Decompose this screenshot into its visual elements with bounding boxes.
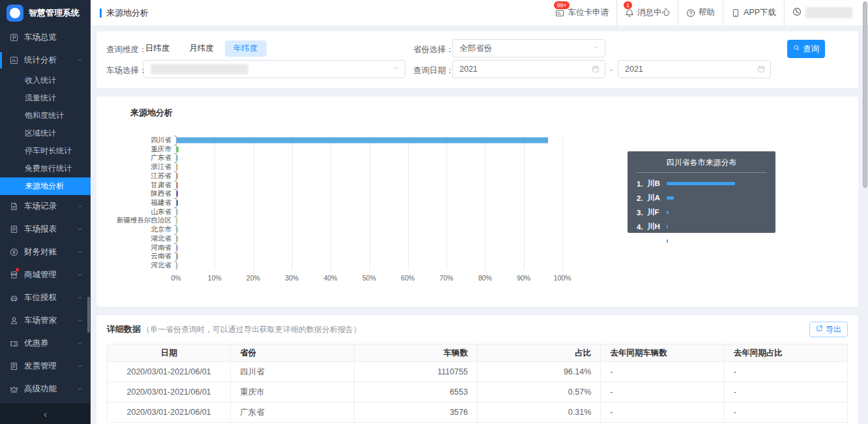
chart-row-山东省: 山东省 <box>176 207 562 217</box>
sidebar-subitem-停车时长统计[interactable]: 停车时长统计 <box>0 142 91 160</box>
x-axis-tick-label: 80% <box>478 274 492 282</box>
main-area: 来源地分析 99+车位卡申请1消息中心帮助APP下载 查询维度： 日纬度月纬度年… <box>91 0 868 424</box>
topbar-action-help[interactable]: 帮助 <box>678 0 723 26</box>
sidebar-subitem-流量统计[interactable]: 流量统计 <box>0 89 91 107</box>
manager-icon <box>10 316 18 325</box>
phone-number-redacted <box>805 7 852 18</box>
parking-select-redacted-value <box>151 64 248 74</box>
chevron-down-icon <box>77 318 83 324</box>
category-label: 福建省 <box>151 198 172 207</box>
chart-row-云南省: 云南省 <box>176 252 562 262</box>
date-start-input[interactable] <box>459 65 588 74</box>
bar-云南省 <box>177 254 178 260</box>
parking-report-icon <box>10 225 18 234</box>
origin-bar-chart: 0%10%20%30%40%50%60%70%80%90%100%四川省重庆市广… <box>176 136 562 270</box>
calendar-icon <box>592 65 600 73</box>
calendar-icon <box>757 65 765 73</box>
topbar-account-phone[interactable] <box>784 0 856 26</box>
chevron-down-icon <box>592 44 600 53</box>
bar-北京市 <box>177 227 178 233</box>
column-header-占比: 占比 <box>477 344 600 362</box>
content: 查询维度： 日纬度月纬度年纬度 省份选择： 全部省份 车场选择： 查询日期： - <box>91 26 868 424</box>
sidebar-subitem-免费放行统计[interactable]: 免费放行统计 <box>0 160 91 177</box>
dimension-tab-日纬度[interactable]: 日纬度 <box>137 40 179 57</box>
sidebar-subitem-来源地分析[interactable]: 来源地分析 <box>0 177 91 195</box>
table-cell: 重庆市 <box>231 382 354 402</box>
province-select[interactable]: 全部省份 <box>452 39 605 57</box>
topbar-action-card-apply[interactable]: 99+车位卡申请 <box>547 0 616 26</box>
x-axis-tick-label: 60% <box>401 274 414 282</box>
bar-四川省 <box>177 137 548 143</box>
chevron-down-icon <box>77 341 83 346</box>
topbar: 来源地分析 99+车位卡申请1消息中心帮助APP下载 <box>91 0 868 26</box>
chevron-down-icon <box>392 65 399 74</box>
sidebar-item-财务对账[interactable]: 财务对账 <box>0 241 91 264</box>
tooltip-label: 川A <box>647 193 667 203</box>
sidebar-item-车场记录[interactable]: 车场记录 <box>0 195 91 218</box>
tooltip-bar <box>667 211 669 214</box>
app-title: 智慧管理系统 <box>29 7 80 19</box>
chart-tooltip: 四川省各市来源分布 1.川B2.川A3.川F4.川H5.川J <box>628 151 775 233</box>
sidebar-item-统计分析[interactable]: 统计分析 <box>0 49 91 72</box>
sidebar-item-车位授权[interactable]: 车位授权 <box>0 286 91 309</box>
chevron-down-icon <box>77 226 83 232</box>
chevron-down-icon <box>392 65 399 72</box>
table-row: 2020/03/01-2021/06/01重庆市65530.57%-- <box>108 382 848 402</box>
phone-call-icon <box>792 7 802 16</box>
sidebar-item-车场管家[interactable]: 车场管家 <box>0 309 91 332</box>
bell-icon <box>625 8 634 18</box>
page-scrollbar[interactable] <box>862 0 867 424</box>
chart-row-四川省: 四川省 <box>176 136 562 145</box>
bar-广东省 <box>177 155 178 161</box>
sidebar-item-优惠券[interactable]: 优惠券 <box>0 332 91 355</box>
notification-dot <box>16 268 19 271</box>
sidebar-item-label: 高级功能 <box>24 384 57 395</box>
table-cell: 3576 <box>354 402 477 423</box>
sidebar-item-车场报表[interactable]: 车场报表 <box>0 218 91 241</box>
category-label: 江苏省 <box>151 172 172 181</box>
category-label: 河北省 <box>151 261 172 270</box>
chart-row-陕西省: 陕西省 <box>176 189 562 198</box>
tooltip-bar <box>667 239 668 243</box>
topbar-action-app-download[interactable]: APP下载 <box>723 0 784 26</box>
sidebar-collapse-button[interactable]: ‹ <box>0 403 91 424</box>
table-header: 日期省份车辆数占比去年同期车辆数去年同期占比 <box>108 344 848 362</box>
tooltip-item-川A: 2.川A <box>637 193 766 203</box>
app-logo-row: 智慧管理系统 <box>0 0 91 26</box>
filter-card: 查询维度： 日纬度月纬度年纬度 省份选择： 全部省份 车场选择： 查询日期： - <box>96 31 858 88</box>
breadcrumb: 来源地分析 <box>100 7 149 19</box>
breadcrumb-marker <box>100 8 102 18</box>
table-section-title: 详细数据 <box>107 324 141 335</box>
export-button[interactable]: 导出 <box>809 322 848 337</box>
tooltip-item-川J: 5.川J <box>637 236 766 246</box>
category-label: 浙江省 <box>151 162 172 172</box>
sidebar-item-车场总览[interactable]: 车场总览 <box>0 26 91 49</box>
sidebar-item-发票管理[interactable]: 发票管理 <box>0 355 91 378</box>
bar-山东省 <box>177 209 178 215</box>
table-cell: 2020/03/01-2021/06/01 <box>108 362 231 382</box>
sidebar-item-高级功能[interactable]: 高级功能 <box>0 378 91 401</box>
dimension-tab-月纬度[interactable]: 月纬度 <box>181 40 223 57</box>
sidebar-item-label: 车场记录 <box>24 201 57 212</box>
chevron-down-icon <box>77 386 83 392</box>
table-row: 2020/03/01-2021/06/01四川省111075596.14%-- <box>108 362 848 382</box>
dimension-tab-年纬度[interactable]: 年纬度 <box>225 40 267 57</box>
sidebar-item-商城管理[interactable]: 商城管理 <box>0 264 91 286</box>
sidebar-subitem-收入统计[interactable]: 收入统计 <box>0 72 91 89</box>
table-cell: - <box>601 402 724 423</box>
category-label: 湖北省 <box>151 234 172 243</box>
search-button[interactable]: 查询 <box>787 40 825 58</box>
topbar-action-label: 车位卡申请 <box>568 7 609 18</box>
topbar-action-message-center[interactable]: 1消息中心 <box>616 0 678 26</box>
sidebar-subitem-区域统计[interactable]: 区域统计 <box>0 125 91 142</box>
chart-row-河北省: 河北省 <box>176 261 562 270</box>
chart-tooltip-title: 四川省各市来源分布 <box>637 157 766 168</box>
search-button-label: 查询 <box>803 44 819 55</box>
sidebar-scrollbar-thumb[interactable] <box>87 297 90 333</box>
chevron-down-icon <box>592 44 600 51</box>
parking-select[interactable] <box>143 60 405 78</box>
page-scrollbar-thumb[interactable] <box>863 1 867 188</box>
date-end-input[interactable] <box>625 65 753 74</box>
sidebar-subitem-饱和度统计[interactable]: 饱和度统计 <box>0 107 91 125</box>
mall-icon <box>10 271 18 279</box>
